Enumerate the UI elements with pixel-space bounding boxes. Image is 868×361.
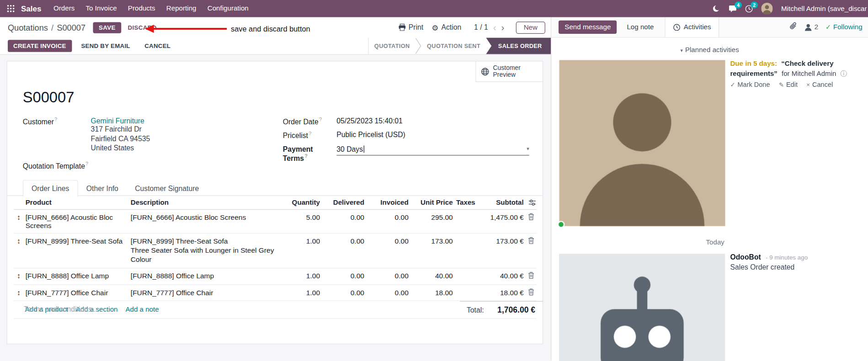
menu-orders[interactable]: Orders xyxy=(48,0,80,17)
cell-invoiced[interactable]: 0.00 xyxy=(366,234,410,249)
pager-previous-button[interactable]: ‹ xyxy=(493,23,496,32)
col-taxes[interactable]: Taxes xyxy=(454,196,488,209)
cell-taxes[interactable] xyxy=(454,285,488,292)
save-button[interactable]: SAVE xyxy=(93,22,121,33)
cell-product[interactable]: [FURN_6666] Acoustic Bloc Screens xyxy=(24,210,129,233)
payment-terms-field[interactable]: 30 Days ▾ xyxy=(336,145,529,155)
cell-unit-price[interactable]: 173.00 xyxy=(410,234,454,249)
cell-product[interactable]: [FURN_8888] Office Lamp xyxy=(24,268,129,283)
stage-quotation-sent[interactable]: QUOTATION SENT xyxy=(421,37,486,54)
cell-unit-price[interactable]: 18.00 xyxy=(410,285,454,300)
cancel-activity-button[interactable]: ×Cancel xyxy=(806,81,833,89)
pager-next-button[interactable]: › xyxy=(501,23,504,32)
stage-quotation[interactable]: QUOTATION xyxy=(369,37,415,54)
cell-invoiced[interactable]: 0.00 xyxy=(366,210,410,225)
col-subtotal[interactable]: Subtotal xyxy=(488,196,525,209)
cell-product[interactable]: [FURN_7777] Office Chair xyxy=(24,285,129,300)
messages-menu-button[interactable]: 4 xyxy=(729,5,737,12)
dark-mode-toggle[interactable] xyxy=(713,5,720,12)
menu-to-invoice[interactable]: To Invoice xyxy=(80,0,122,17)
drag-handle-icon[interactable]: ↕ xyxy=(14,210,24,225)
pencil-icon: ✎ xyxy=(779,81,784,88)
tab-other-info[interactable]: Other Info xyxy=(78,180,127,197)
pager-value[interactable]: 1 / 1 xyxy=(474,23,488,32)
following-button[interactable]: ✓ Following xyxy=(825,23,863,31)
planned-activities-toggle[interactable]: ▾Planned activities xyxy=(681,46,739,54)
tab-customer-signature[interactable]: Customer Signature xyxy=(127,180,207,197)
col-invoiced[interactable]: Invoiced xyxy=(366,196,410,209)
discard-button[interactable]: DISCARD xyxy=(123,22,161,33)
delete-line-button[interactable] xyxy=(525,234,536,247)
cell-description[interactable]: [FURN_8888] Office Lamp xyxy=(129,268,288,284)
cell-unit-price[interactable]: 40.00 xyxy=(410,268,454,283)
cell-taxes[interactable] xyxy=(454,210,488,217)
optional-columns-button[interactable] xyxy=(525,196,536,209)
send-message-button[interactable]: Send message xyxy=(559,21,617,34)
chatter-icons: 2 ✓ Following xyxy=(789,22,868,32)
cell-taxes[interactable] xyxy=(454,234,488,240)
order-date-field[interactable]: 05/25/2023 15:40:01 xyxy=(336,117,402,125)
menu-products[interactable]: Products xyxy=(122,0,161,17)
activities-menu-button[interactable]: 2 xyxy=(745,5,753,12)
top-navbar: Sales Orders To Invoice Products Reporti… xyxy=(0,0,868,17)
attachments-button[interactable] xyxy=(789,22,797,32)
customer-link[interactable]: Gemini Furniture xyxy=(91,117,144,125)
delete-line-button[interactable] xyxy=(525,210,536,223)
cell-invoiced[interactable]: 0.00 xyxy=(366,285,410,300)
menu-reporting[interactable]: Reporting xyxy=(161,0,202,17)
pricelist-field[interactable]: Public Pricelist (USD) xyxy=(336,131,405,139)
cell-invoiced[interactable]: 0.00 xyxy=(366,268,410,283)
add-note-link[interactable]: Add a note xyxy=(125,306,159,313)
action-button[interactable]: ⚙ Action xyxy=(431,23,461,32)
delete-line-button[interactable] xyxy=(525,268,536,282)
edit-activity-button[interactable]: ✎Edit xyxy=(779,81,798,89)
drag-handle-icon[interactable]: ↕ xyxy=(14,234,24,249)
create-invoice-button[interactable]: CREATE INVOICE xyxy=(8,40,72,52)
log-note-button[interactable]: Log note xyxy=(627,23,654,31)
message-author[interactable]: OdooBot xyxy=(730,253,761,261)
drag-handle-icon[interactable]: ↕ xyxy=(14,268,24,283)
cell-delivered[interactable]: 0.00 xyxy=(322,234,366,249)
cell-quantity[interactable]: 1.00 xyxy=(288,268,322,283)
stage-sales-order[interactable]: SALES ORDER xyxy=(486,37,551,54)
cell-delivered[interactable]: 0.00 xyxy=(322,268,366,283)
messages-badge: 4 xyxy=(735,1,742,8)
customer-preview-button[interactable]: Customer Preview xyxy=(475,61,543,82)
dropdown-caret-icon[interactable]: ▾ xyxy=(527,146,529,152)
new-button[interactable]: New xyxy=(516,21,545,34)
cell-description[interactable]: [FURN_8999] Three-Seat SofaThree Seater … xyxy=(129,234,288,268)
moon-icon xyxy=(713,5,720,12)
cancel-button[interactable]: CANCEL xyxy=(139,40,176,52)
cell-taxes[interactable] xyxy=(454,268,488,275)
info-icon[interactable]: ⓘ xyxy=(841,69,847,77)
col-unit-price[interactable]: Unit Price xyxy=(410,196,454,209)
breadcrumb-quotations[interactable]: Quotations xyxy=(8,23,48,32)
print-button[interactable]: Print xyxy=(399,23,423,32)
drag-handle-icon[interactable]: ↕ xyxy=(14,285,24,300)
menu-configuration[interactable]: Configuration xyxy=(202,0,254,17)
cell-description[interactable]: [FURN_7777] Office Chair xyxy=(129,285,288,301)
send-by-email-button[interactable]: SEND BY EMAIL xyxy=(76,40,135,52)
delete-line-button[interactable] xyxy=(525,285,536,298)
col-description[interactable]: Description xyxy=(129,196,288,209)
activities-tab[interactable]: Activities xyxy=(665,17,719,37)
cell-description[interactable]: [FURN_6666] Acoustic Bloc Screens xyxy=(129,210,288,226)
col-product[interactable]: Product xyxy=(24,196,129,209)
col-delivered[interactable]: Delivered xyxy=(322,196,366,209)
user-avatar[interactable] xyxy=(761,3,772,14)
cell-unit-price[interactable]: 295.00 xyxy=(410,210,454,225)
followers-button[interactable]: 2 xyxy=(804,23,818,31)
cell-quantity[interactable]: 5.00 xyxy=(288,210,322,225)
app-name[interactable]: Sales xyxy=(21,4,41,13)
user-name[interactable]: Mitchell Admin (save_discar xyxy=(781,5,867,12)
cell-quantity[interactable]: 1.00 xyxy=(288,234,322,249)
terms-placeholder[interactable]: Terms and conditions... xyxy=(24,305,98,313)
cell-product[interactable]: [FURN_8999] Three-Seat Sofa xyxy=(24,234,129,249)
mark-done-button[interactable]: ✓Mark Done xyxy=(730,81,770,89)
apps-menu-button[interactable] xyxy=(3,1,17,16)
tab-order-lines[interactable]: Order Lines xyxy=(23,180,78,197)
cell-delivered[interactable]: 0.00 xyxy=(322,210,366,225)
cell-delivered[interactable]: 0.00 xyxy=(322,285,366,300)
col-quantity[interactable]: Quantity xyxy=(288,196,322,209)
cell-quantity[interactable]: 1.00 xyxy=(288,285,322,300)
